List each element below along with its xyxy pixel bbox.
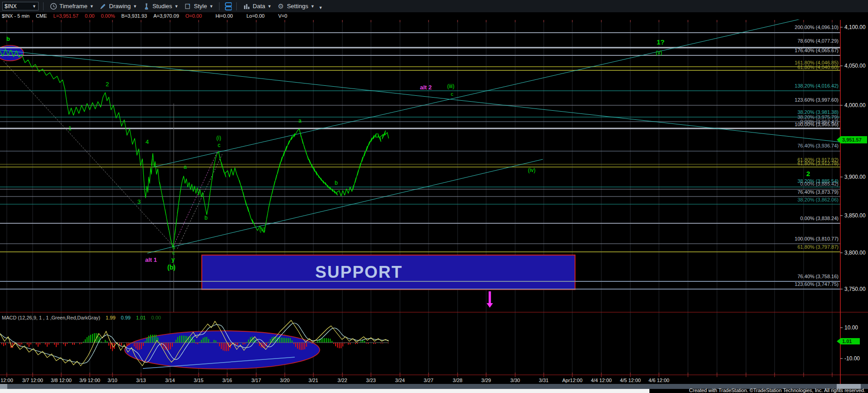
- y-axis-label: 3,750.00: [844, 286, 866, 292]
- menu-data[interactable]: Data ▼: [241, 2, 273, 10]
- menu-style[interactable]: Style ▼: [182, 2, 215, 10]
- elliott-wave-label: alt 2: [420, 84, 432, 91]
- macd-histogram-bar: [176, 340, 176, 343]
- support-zone-label: SUPPORT: [202, 255, 516, 290]
- x-axis-date-label: 3/14: [165, 378, 175, 383]
- y-axis-label: 3,800.00: [844, 250, 866, 256]
- scrollbar-left-cap[interactable]: [0, 384, 7, 389]
- chevron-down-icon: ▼: [90, 4, 94, 9]
- macd-value-tag-text: 1.01: [842, 339, 852, 344]
- fib-level-label: 0.00% (3,838.24): [800, 216, 839, 221]
- macd-histogram-bar: [47, 343, 48, 347]
- quote-volume: V=0: [278, 13, 287, 19]
- macd-histogram-bar: [143, 343, 144, 346]
- macd-histogram-bar: [134, 343, 135, 346]
- status-strip: Created with TradeStation. ©TradeStation…: [0, 389, 868, 393]
- macd-histogram-bar: [29, 343, 29, 347]
- elliott-wave-label: alt 1: [145, 256, 157, 263]
- elliott-wave-label: c: [451, 91, 454, 97]
- macd-histogram-bar: [297, 343, 298, 349]
- menu-timeframe[interactable]: Timeframe ▼: [48, 2, 95, 10]
- macd-histogram-bar: [248, 339, 249, 343]
- macd-histogram-bar: [341, 343, 341, 348]
- macd-histogram-bar: [306, 343, 307, 347]
- support-arrow-head: [487, 303, 493, 308]
- chart-canvas[interactable]: 200.00% (4,096.10)78.60% (4,077.29)176.4…: [0, 0, 868, 393]
- gear-icon: ⚙: [277, 2, 285, 10]
- x-axis-date-label: 3/31: [539, 378, 548, 383]
- chevron-down-icon: ▼: [268, 4, 272, 9]
- x-axis-date-label: 3/13: [136, 378, 146, 383]
- menu-label: Timeframe: [59, 3, 88, 10]
- macd-histogram-bar: [56, 343, 57, 347]
- toolbar-divider: [43, 2, 44, 10]
- elliott-wave-label: b: [205, 215, 208, 221]
- macd-histogram-bar: [350, 343, 351, 344]
- macd-histogram-bar: [136, 343, 137, 349]
- macd-histogram-bar: [219, 343, 220, 346]
- elliott-wave-label: y: [171, 256, 175, 263]
- macd-histogram-bar: [65, 343, 66, 346]
- layout-panels-icon[interactable]: [224, 2, 232, 10]
- menu-drawing[interactable]: Drawing ▼: [98, 2, 139, 10]
- macd-histogram-bar: [85, 339, 86, 343]
- fib-level-label: 123.60% (3,747.75): [795, 281, 839, 287]
- macd-histogram-bar: [221, 343, 222, 349]
- macd-histogram-bar: [127, 343, 127, 345]
- macd-histogram-bar: [201, 340, 202, 343]
- quote-last: L=3,951.57: [54, 13, 78, 19]
- toolbar-divider: [219, 2, 219, 10]
- fib-level-label: 61.80% (4,040.60): [797, 64, 839, 70]
- fib-level-label: 138.20% (4,016.42): [795, 83, 839, 88]
- menu-settings[interactable]: ⚙ Settings ▼: [276, 2, 316, 10]
- last-price-tag-text: 3,951.57: [842, 137, 862, 142]
- macd-histogram-bar: [168, 343, 169, 350]
- macd-histogram-bar: [279, 337, 280, 343]
- macd-histogram-bar: [337, 343, 338, 348]
- macd-histogram-bar: [330, 339, 331, 343]
- x-axis-date-label: 3/15: [194, 378, 203, 383]
- overflow-chevron-icon[interactable]: ▼: [319, 5, 323, 10]
- x-axis-date-label: 3/27: [424, 378, 433, 383]
- quote-exchange: CME: [36, 13, 47, 19]
- macd-histogram-bar: [317, 341, 318, 343]
- bar-chart-icon: [243, 2, 250, 10]
- macd-histogram-bar: [161, 343, 162, 346]
- macd-histogram-bar: [292, 340, 293, 343]
- elliott-wave-label: 1?: [657, 38, 665, 46]
- macd-histogram-bar: [223, 343, 224, 350]
- elliott-wave-label: (b): [167, 264, 176, 271]
- macd-histogram-bar: [322, 338, 323, 343]
- macd-histogram-bar: [21, 343, 22, 344]
- quote-change-pct: 0.00%: [101, 13, 115, 19]
- x-axis-date-label: 3/23: [366, 378, 375, 383]
- price-line: [0, 49, 389, 247]
- macd-histogram-bar: [208, 339, 209, 343]
- macd-histogram-bar: [295, 343, 296, 347]
- macd-histogram-bar: [63, 343, 64, 344]
- macd-histogram-bar: [214, 340, 215, 343]
- elliott-wave-label: 1: [68, 125, 72, 132]
- macd-histogram-bar: [266, 343, 267, 345]
- macd-histogram-bar: [244, 343, 245, 344]
- quote-symbol: $INX - 5 min: [2, 13, 29, 19]
- macd-histogram-bar: [177, 337, 178, 343]
- macd-histogram-bar: [5, 343, 6, 345]
- macd-histogram-bar: [332, 341, 332, 343]
- macd-histogram-bar: [299, 343, 300, 349]
- macd-histogram-bar: [228, 343, 229, 351]
- fib-level-label: 123.60% (3,997.60): [795, 97, 839, 103]
- macd-histogram-bar: [206, 337, 207, 343]
- macd-histogram-bar: [1, 343, 2, 344]
- menu-studies[interactable]: Studies ▼: [141, 2, 180, 10]
- macd-value-1: 1.99: [106, 315, 115, 320]
- symbol-combobox[interactable]: $INX ▼: [2, 2, 39, 10]
- macd-histogram-bar: [12, 343, 13, 348]
- macd-histogram-bar: [87, 337, 88, 343]
- elliott-wave-label: b: [6, 35, 10, 42]
- y-axis-label: 4,050.00: [844, 63, 866, 69]
- menu-label: Settings: [287, 3, 308, 10]
- macd-name: MACD (12,26,9, 1 , 1 ,Green,Red,DarkGray…: [2, 315, 100, 320]
- macd-histogram-bar: [273, 337, 274, 343]
- x-axis-date-label: 3/10: [107, 378, 117, 383]
